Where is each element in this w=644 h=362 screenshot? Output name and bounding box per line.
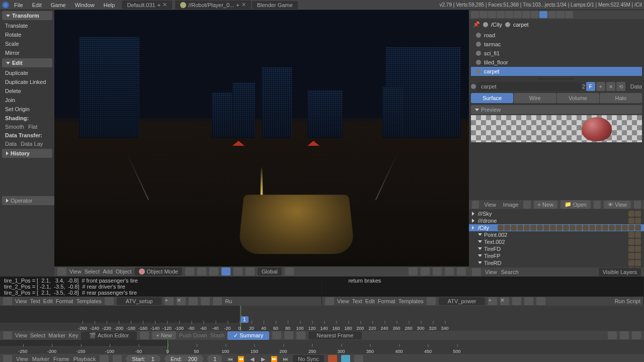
timeline-canvas[interactable]: -250-200-150-100-50050100150200250300350… — [0, 340, 644, 354]
join-button[interactable]: Join — [0, 96, 54, 105]
outliner-item[interactable]: Text.002 — [469, 238, 644, 245]
tab-add-icon[interactable]: + — [236, 2, 239, 8]
outliner-item[interactable]: ///drone — [469, 217, 644, 224]
material-slot[interactable]: tiled_floor — [471, 58, 642, 67]
prop-constraints-icon[interactable] — [514, 11, 522, 18]
txt-menu[interactable]: Edit — [43, 298, 53, 304]
outliner-item[interactable]: Point.002 — [469, 231, 644, 238]
bc-object[interactable]: /City — [491, 22, 502, 28]
manip-rotate-icon[interactable] — [233, 267, 243, 276]
editor-type-icon[interactable] — [57, 267, 66, 276]
text-file-name[interactable]: ATV_power — [439, 297, 486, 305]
delete-button[interactable]: Delete — [0, 86, 54, 96]
txt-menu[interactable]: Templates — [398, 298, 424, 304]
fake-user-button[interactable]: F — [586, 82, 595, 91]
preview-header[interactable]: Preview — [471, 105, 642, 114]
txt-menu[interactable]: Format — [378, 298, 395, 304]
action-browse-icon[interactable] — [140, 331, 149, 339]
prop-modifiers-icon[interactable] — [522, 11, 530, 18]
wordwrap-icon[interactable] — [201, 297, 210, 305]
txt-menu[interactable]: View — [15, 298, 27, 304]
uv-icon[interactable] — [634, 201, 641, 209]
text-editor-right[interactable]: return brakes — [322, 277, 643, 297]
text-browse-icon[interactable] — [427, 297, 436, 305]
txt-menu[interactable]: View — [337, 298, 349, 304]
expand-icon[interactable] — [472, 219, 476, 223]
editor-type-icon[interactable] — [3, 331, 12, 339]
text-add-icon[interactable]: + — [165, 297, 174, 305]
wordwrap-icon[interactable] — [524, 297, 533, 305]
prop-texture-icon[interactable] — [548, 11, 556, 18]
audio-icon[interactable] — [328, 355, 337, 362]
shade-flat-button[interactable]: Flat — [28, 124, 37, 130]
menu-edit[interactable]: Edit — [28, 1, 46, 9]
material-browse-icon[interactable] — [471, 84, 476, 89]
shading-icon[interactable] — [185, 267, 194, 276]
editor-type-icon[interactable] — [3, 355, 12, 362]
data-button[interactable]: Data — [5, 141, 17, 147]
img-browse-icon[interactable] — [523, 201, 530, 209]
scale-button[interactable]: Scale — [0, 39, 54, 48]
keying-icon[interactable] — [354, 355, 363, 362]
expand-icon[interactable] — [478, 247, 482, 250]
list-resize-handle[interactable] — [539, 78, 574, 80]
stash-button[interactable]: Stash — [210, 332, 224, 338]
shade-smooth-button[interactable]: Smooth — [5, 124, 24, 130]
editor-type-icon[interactable] — [472, 268, 481, 276]
history-header[interactable]: History — [2, 149, 52, 158]
outliner-item[interactable]: ///Sky — [469, 210, 644, 217]
text-add-icon[interactable]: + — [488, 297, 497, 305]
render-icon[interactable] — [421, 267, 430, 276]
manip-scale-icon[interactable] — [246, 267, 255, 276]
prop-scene-icon[interactable] — [488, 11, 496, 18]
3d-viewport[interactable]: View Select Add Object Object Mode Globa… — [54, 10, 469, 277]
material-slot[interactable]: sci_fi1 — [471, 49, 642, 58]
new-image-button[interactable]: + New — [534, 201, 557, 209]
layers-icon[interactable] — [285, 267, 294, 276]
copy-icon[interactable] — [445, 267, 454, 276]
tl-menu[interactable]: Playback — [73, 356, 96, 362]
ds-menu[interactable]: Key — [68, 332, 78, 338]
img-menu-image[interactable]: Image — [501, 201, 521, 209]
manipulator-icon[interactable] — [209, 267, 218, 276]
screen-tab-default[interactable]: Default.031 + ✕ — [122, 1, 172, 9]
start-frame-field[interactable]: Start: 1 — [126, 355, 160, 362]
data-link-label[interactable]: Data — [630, 83, 642, 89]
transform-header[interactable]: Transform — [2, 11, 52, 20]
lock-icon[interactable] — [113, 355, 122, 362]
material-nodes-icon[interactable]: ⟲ — [616, 82, 625, 91]
run-script-button[interactable]: Ru — [225, 298, 232, 304]
txt-menu[interactable]: Text — [352, 298, 362, 304]
material-slot[interactable]: road — [471, 31, 642, 40]
paste-icon[interactable] — [632, 331, 641, 339]
operator-header[interactable]: Operator — [2, 196, 56, 205]
sel-icon[interactable] — [284, 331, 293, 339]
ghost-icon[interactable] — [272, 331, 281, 339]
text-editor-left[interactable]: tire_1_Pos = [ 2.1, 3.4, -0.8] # front p… — [0, 277, 321, 297]
txt-menu[interactable]: Text — [30, 298, 40, 304]
pin-icon[interactable] — [594, 201, 601, 209]
halo-tab[interactable]: Halo — [600, 93, 642, 103]
linenum-icon[interactable] — [189, 297, 198, 305]
surface-tab[interactable]: Surface — [471, 93, 513, 103]
open-image-button[interactable]: 📁 Open — [560, 200, 591, 209]
volume-tab[interactable]: Volume — [557, 93, 599, 103]
view-button[interactable]: 👁 View — [604, 201, 631, 209]
txt-menu[interactable]: Edit — [365, 298, 375, 304]
pin-icon[interactable]: 📌 — [473, 21, 480, 28]
sync-mode-dropdown[interactable]: No Sync — [293, 355, 324, 362]
end-frame-field[interactable]: End: 200 — [165, 355, 203, 362]
ds-menu[interactable]: View — [15, 332, 27, 338]
duplicate-linked-button[interactable]: Duplicate Linked — [0, 77, 54, 86]
snap-icon[interactable] — [296, 331, 305, 339]
edit-header[interactable]: Edit — [2, 58, 52, 67]
ds-menu[interactable]: Select — [30, 332, 46, 338]
expand-icon[interactable] — [478, 240, 482, 243]
prop-data-icon[interactable] — [531, 11, 539, 18]
outliner-mode-dropdown[interactable]: Visible Layers — [599, 268, 641, 276]
text-unlink-icon[interactable]: ✕ — [177, 297, 186, 305]
prop-physics-icon[interactable] — [565, 11, 573, 18]
wire-tab[interactable]: Wire — [514, 93, 556, 103]
prop-material-icon[interactable] — [539, 11, 547, 18]
summary-toggle[interactable]: ✓ Summary — [227, 331, 269, 340]
